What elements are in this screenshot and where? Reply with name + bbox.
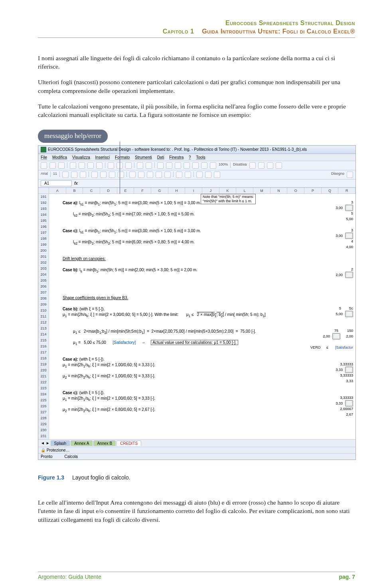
menu-dati[interactable]: Dati — [157, 155, 164, 160]
outdent-icon[interactable] — [185, 172, 191, 178]
row-header[interactable]: 225 — [38, 397, 49, 403]
row-header[interactable]: 204 — [38, 272, 49, 278]
tool-icon[interactable] — [79, 162, 85, 169]
row-header[interactable]: 231 — [38, 433, 49, 439]
row-header[interactable]: 209 — [38, 302, 49, 308]
row-header[interactable]: 195 — [38, 218, 49, 224]
row-header[interactable]: 229 — [38, 421, 49, 427]
fx-icon[interactable]: fx — [74, 181, 78, 185]
cell-area[interactable]: Note that "min(5h; 5 m)" means: "min(5h)… — [49, 194, 355, 439]
col-L[interactable]: L — [236, 188, 253, 193]
disegno-label[interactable]: Disegno — [331, 172, 344, 178]
row-header[interactable]: 194 — [38, 212, 49, 218]
row-header[interactable]: 217 — [38, 349, 49, 355]
tool-icon[interactable] — [258, 162, 265, 169]
row-header[interactable]: 215 — [38, 337, 49, 343]
col-Q[interactable]: Q — [322, 188, 339, 193]
inc-decimal-icon[interactable] — [156, 172, 162, 178]
col-I[interactable]: I — [185, 188, 202, 193]
tool-icon[interactable] — [157, 162, 164, 169]
underline-icon[interactable] — [80, 172, 86, 178]
currency-icon[interactable] — [129, 172, 136, 178]
menu-modifica[interactable]: Modifica — [52, 155, 67, 160]
tool-icon[interactable] — [41, 162, 47, 169]
align-right-icon[interactable] — [109, 172, 115, 178]
row-header[interactable]: 202 — [38, 260, 49, 266]
row-header[interactable]: 222 — [38, 379, 49, 385]
col-R[interactable]: R — [338, 188, 355, 193]
row-header[interactable]: 211 — [38, 314, 49, 320]
col-P[interactable]: P — [304, 188, 322, 193]
row-header[interactable]: 203 — [38, 266, 49, 272]
toolbar-2[interactable]: Arial 11 Disegno — [38, 170, 355, 180]
menu-bar[interactable]: File Modifica Visualizza Inserisci Forma… — [38, 154, 355, 161]
align-center-icon[interactable] — [100, 172, 107, 178]
tab-nav[interactable]: ◄ ► — [41, 441, 50, 445]
row-header[interactable]: 205 — [38, 278, 49, 284]
tool-icon[interactable] — [276, 162, 282, 169]
row-header[interactable]: 219 — [38, 361, 49, 367]
row-headers[interactable]: 1911921931941951961971981992002012022032… — [38, 194, 49, 439]
tool-icon[interactable] — [137, 162, 143, 169]
menu-file[interactable]: File — [41, 155, 47, 160]
tool-icon[interactable] — [58, 162, 65, 169]
col-A[interactable]: A — [49, 188, 66, 193]
toolbar-1[interactable]: 100% Disattiva — [38, 161, 355, 170]
tool-icon[interactable] — [184, 162, 190, 169]
tool-icon[interactable] — [201, 162, 207, 169]
protezione-label[interactable]: 🔒 Protezione… — [41, 448, 70, 452]
col-J[interactable]: J — [202, 188, 219, 193]
corner-cell[interactable] — [38, 188, 49, 193]
tool-icon[interactable] — [267, 162, 273, 169]
row-header[interactable]: 201 — [38, 254, 49, 260]
row-header[interactable]: 198 — [38, 236, 49, 242]
font-size[interactable]: 11 — [53, 172, 57, 178]
row-header[interactable]: 228 — [38, 415, 49, 421]
col-M[interactable]: M — [253, 188, 270, 193]
row-header[interactable]: 199 — [38, 242, 49, 248]
font-name[interactable]: Arial — [41, 172, 48, 178]
menu-finestra[interactable]: Finestra — [169, 155, 184, 160]
percent-icon[interactable] — [138, 172, 144, 178]
row-header[interactable]: 206 — [38, 284, 49, 290]
indent-icon[interactable] — [176, 172, 182, 178]
comma-icon[interactable] — [147, 172, 153, 178]
col-K[interactable]: K — [219, 188, 237, 193]
row-header[interactable]: 216 — [38, 343, 49, 349]
zoom-value[interactable]: 100% — [219, 162, 228, 169]
row-header[interactable]: 218 — [38, 355, 49, 361]
row-header[interactable]: 191 — [38, 194, 49, 200]
menu-help[interactable]: ? — [189, 155, 191, 160]
row-header[interactable]: 192 — [38, 200, 49, 206]
tab-annex-b[interactable]: Annex B — [93, 440, 116, 446]
tool-icon[interactable] — [70, 162, 76, 169]
tool-icon[interactable] — [166, 162, 172, 169]
col-O[interactable]: O — [287, 188, 304, 193]
disattiva-label[interactable]: Disattiva — [233, 162, 247, 169]
row-header[interactable]: 230 — [38, 427, 49, 433]
row-header[interactable]: 193 — [38, 206, 49, 212]
tool-icon[interactable] — [347, 172, 353, 178]
row-header[interactable]: 226 — [38, 403, 49, 409]
dec-decimal-icon[interactable] — [164, 172, 171, 178]
font-color-icon[interactable] — [214, 172, 220, 178]
col-N[interactable]: N — [270, 188, 288, 193]
tool-icon[interactable] — [175, 162, 181, 169]
row-header[interactable]: 197 — [38, 230, 49, 236]
align-left-icon[interactable] — [91, 172, 98, 178]
menu-formato[interactable]: Formato — [115, 155, 130, 160]
row-header[interactable]: 210 — [38, 308, 49, 314]
tool-icon[interactable] — [96, 162, 103, 169]
menu-inserisci[interactable]: Inserisci — [95, 155, 110, 160]
bold-icon[interactable] — [62, 172, 69, 178]
name-box[interactable]: A1 — [41, 180, 72, 186]
merge-icon[interactable] — [118, 172, 124, 178]
row-header[interactable]: 224 — [38, 391, 49, 397]
col-D[interactable]: D — [100, 188, 117, 193]
tool-icon[interactable] — [108, 162, 114, 169]
column-headers[interactable]: A B C D E F G H I J K L M N O P Q R — [38, 187, 355, 194]
tool-icon[interactable] — [125, 162, 132, 169]
sheet-tabs[interactable]: ◄ ► Splash Annex A Annex B CREDITS — [38, 439, 355, 447]
tool-icon[interactable] — [146, 162, 152, 169]
tab-splash[interactable]: Splash — [51, 440, 70, 446]
